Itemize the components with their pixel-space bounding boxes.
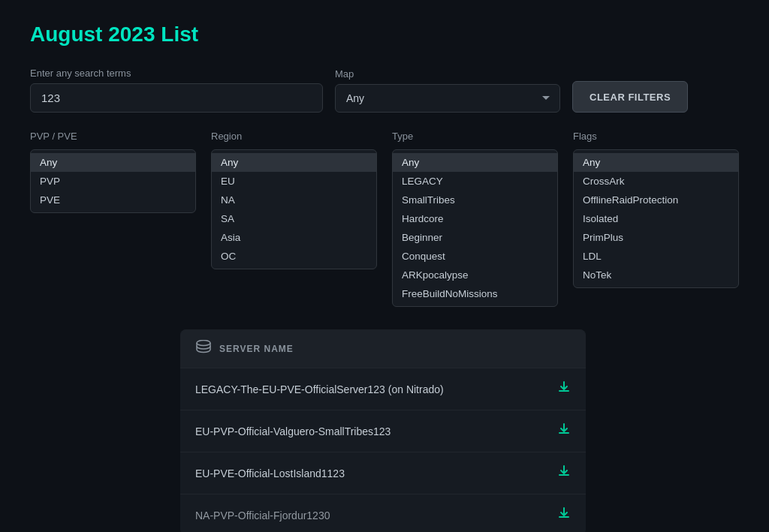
flags-option-ldl[interactable]: LDL xyxy=(574,247,738,266)
table-header: SERVER NAME xyxy=(180,329,586,368)
table-row[interactable]: EU-PVP-Official-Valguero-SmallTribes123 xyxy=(180,410,586,452)
region-option-eu[interactable]: EU xyxy=(212,172,376,191)
type-option-smalltribes[interactable]: SmallTribes xyxy=(393,191,557,209)
server-name-2: EU-PVP-Official-Valguero-SmallTribes123 xyxy=(195,425,391,437)
download-icon-2 xyxy=(557,424,571,439)
type-option-any[interactable]: Any xyxy=(393,153,557,172)
download-button-2[interactable] xyxy=(557,422,571,440)
flags-option-notek[interactable]: NoTek xyxy=(574,266,738,284)
type-option-arkpocalypse[interactable]: ARKpocalypse xyxy=(393,266,557,284)
region-option-na[interactable]: NA xyxy=(212,191,376,209)
type-listbox: Any LEGACY SmallTribes Hardcore Beginner… xyxy=(392,149,558,307)
table-row[interactable]: NA-PVP-Official-Fjordur1230 xyxy=(180,494,586,532)
pvp-pve-option-pvp[interactable]: PVP xyxy=(31,172,195,191)
map-label: Map xyxy=(335,68,560,80)
type-option-hardcore[interactable]: Hardcore xyxy=(393,209,557,228)
page-title: August 2023 List xyxy=(30,23,739,47)
server-name-4: NA-PVP-Official-Fjordur1230 xyxy=(195,509,330,521)
server-name-header: SERVER NAME xyxy=(219,344,294,354)
region-listbox: Any EU NA SA Asia OC xyxy=(211,149,377,269)
search-input[interactable] xyxy=(30,83,323,113)
region-filter: Region Any EU NA SA Asia OC xyxy=(211,131,377,307)
flags-option-primplus[interactable]: PrimPlus xyxy=(574,228,738,247)
type-option-legacy[interactable]: LEGACY xyxy=(393,172,557,191)
server-name-3: EU-PVE-Official-LostIsland1123 xyxy=(195,467,345,479)
flags-option-crossark[interactable]: CrossArk xyxy=(574,172,738,191)
svg-point-0 xyxy=(197,341,210,346)
download-icon-3 xyxy=(557,466,571,481)
results-table: SERVER NAME LEGACY-The-EU-PVE-OfficialSe… xyxy=(180,329,586,532)
flags-label: Flags xyxy=(573,131,739,142)
region-option-asia[interactable]: Asia xyxy=(212,228,376,247)
map-select[interactable]: Any The Island Scorched Earth Aberration… xyxy=(335,84,560,113)
table-row[interactable]: LEGACY-The-EU-PVE-OfficialServer123 (on … xyxy=(180,368,586,410)
map-filter-group: Map Any The Island Scorched Earth Aberra… xyxy=(335,68,560,113)
flags-option-any[interactable]: Any xyxy=(574,153,738,172)
type-option-conquest[interactable]: Conquest xyxy=(393,247,557,266)
flags-listbox: Any CrossArk OfflineRaidProtection Isola… xyxy=(573,149,739,288)
pvp-pve-option-pve[interactable]: PVE xyxy=(31,191,195,209)
download-button-4[interactable] xyxy=(557,506,571,524)
region-option-oc[interactable]: OC xyxy=(212,247,376,266)
search-row: Enter any search terms Map Any The Islan… xyxy=(30,68,739,113)
pvp-pve-listbox: Any PVP PVE xyxy=(30,149,196,213)
download-button-1[interactable] xyxy=(557,380,571,398)
type-filter: Type Any LEGACY SmallTribes Hardcore Beg… xyxy=(392,131,558,307)
download-icon-1 xyxy=(557,382,571,397)
download-button-3[interactable] xyxy=(557,464,571,482)
flags-filter: Flags Any CrossArk OfflineRaidProtection… xyxy=(573,131,739,307)
flags-option-orp[interactable]: OfflineRaidProtection xyxy=(574,191,738,209)
server-name-1: LEGACY-The-EU-PVE-OfficialServer123 (on … xyxy=(195,383,444,395)
pvp-pve-option-any[interactable]: Any xyxy=(31,153,195,172)
pvp-pve-filter: PVP / PVE Any PVP PVE xyxy=(30,131,196,307)
filters-row: PVP / PVE Any PVP PVE Region Any EU NA S… xyxy=(30,131,739,307)
region-option-sa[interactable]: SA xyxy=(212,209,376,228)
clear-filters-button[interactable]: CLEAR FILTERS xyxy=(572,81,688,113)
pvp-pve-label: PVP / PVE xyxy=(30,131,196,142)
table-row[interactable]: EU-PVE-Official-LostIsland1123 xyxy=(180,452,586,494)
database-icon xyxy=(195,340,212,357)
search-label: Enter any search terms xyxy=(30,68,323,79)
type-option-freebuild[interactable]: FreeBuildNoMissions xyxy=(393,284,557,303)
region-label: Region xyxy=(211,131,377,142)
flags-option-isolated[interactable]: Isolated xyxy=(574,209,738,228)
search-group: Enter any search terms xyxy=(30,68,323,113)
region-option-any[interactable]: Any xyxy=(212,153,376,172)
type-label: Type xyxy=(392,131,558,142)
download-icon-4 xyxy=(557,508,571,523)
type-option-beginner[interactable]: Beginner xyxy=(393,228,557,247)
